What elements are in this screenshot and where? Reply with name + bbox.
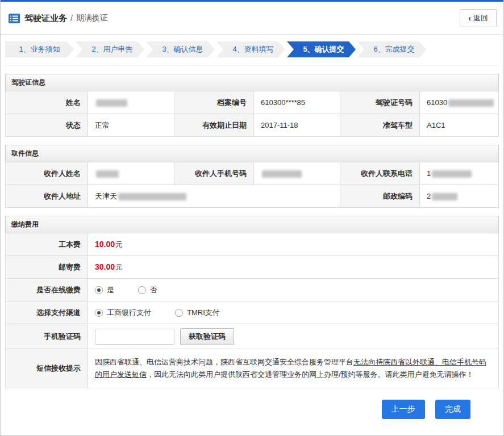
sms-code-cell: 获取验证码	[88, 324, 499, 349]
radio-option-no[interactable]: 否	[138, 285, 157, 295]
license-business-icon	[9, 14, 20, 23]
redacted-value	[118, 193, 186, 200]
table-row: 短信接收提示 因陕西省联通、电信运营商技术问题，陕西省互联网交通安全综合服务管理…	[6, 349, 499, 388]
back-button-label: 返回	[473, 13, 488, 23]
recipient-phone-value: 1	[420, 162, 499, 185]
postage-fee-value: 30.00元	[88, 256, 499, 279]
production-fee-amount: 10.00	[95, 240, 115, 249]
postcode-label: 邮政编码	[340, 185, 420, 208]
sms-notice-label: 短信接收提示	[6, 349, 88, 388]
postage-fee-amount: 30.00	[95, 262, 115, 271]
radio-option-label: TMRI支付	[187, 308, 220, 318]
page: 驾驶证业务 / 期满换证 ‹ 返回 1、业务须知 2、用户申告 3、确认信息 4…	[0, 0, 504, 436]
pickup-info-section: 取件信息 收件人姓名 收件人手机号码 收件人联系电话 1 收件人地址 天津天 邮…	[5, 145, 499, 208]
radio-unchecked-icon	[175, 309, 183, 317]
online-payment-options: 是 否	[88, 279, 499, 301]
table-row: 选择支付渠道 工商银行支付 TMRI支付	[6, 301, 499, 324]
payment-channel-label: 选择支付渠道	[6, 301, 88, 324]
table-row: 邮寄费 30.00元	[6, 256, 499, 279]
payment-channel-options: 工商银行支付 TMRI支付	[88, 301, 499, 324]
radio-option-label: 是	[107, 285, 114, 295]
recipient-address-value: 天津天	[88, 185, 340, 208]
payment-channel-radio-group: 工商银行支付 TMRI支付	[95, 308, 498, 318]
redacted-value	[96, 170, 119, 178]
radio-unchecked-icon	[138, 286, 146, 294]
table-row: 工本费 10.00元	[6, 233, 499, 256]
recipient-address-label: 收件人地址	[6, 185, 88, 208]
sms-code-input[interactable]	[95, 329, 174, 345]
previous-step-button[interactable]: 上一步	[382, 400, 425, 419]
radio-option-label: 工商银行支付	[107, 308, 151, 318]
step-tab-6[interactable]: 6、完成提交	[357, 41, 426, 57]
radio-option-tmri[interactable]: TMRI支付	[175, 308, 220, 318]
postage-fee-unit: 元	[115, 263, 123, 271]
license-info-section: 驾驶证信息 姓名 档案编号 610300****85 驾驶证号码 61030 状…	[5, 74, 499, 137]
license-number-value: 61030	[420, 91, 499, 114]
recipient-mobile-value	[254, 162, 340, 185]
name-label: 姓名	[6, 91, 88, 114]
recipient-address-visible: 天津天	[95, 192, 117, 200]
radio-option-label: 否	[150, 285, 157, 295]
step-tab-1[interactable]: 1、业务须知	[5, 41, 74, 57]
payment-title: 缴纳费用	[5, 216, 499, 233]
redacted-value	[262, 170, 302, 178]
sms-notice-part1: 因陕西省联通、电信运营商技术问题，陕西省互联网交通安全综合服务管理平台	[95, 358, 353, 366]
postcode-visible: 2	[427, 192, 431, 200]
step-tab-3[interactable]: 3、确认信息	[146, 41, 215, 57]
expiry-date-label: 有效期止日期	[174, 114, 254, 137]
postcode-value: 2	[420, 185, 499, 208]
online-payment-label: 是否在线缴费	[6, 279, 88, 301]
page-title: 驾驶证业务	[24, 13, 67, 24]
license-number-label: 驾驶证号码	[340, 91, 420, 114]
back-chevron-icon: ‹	[468, 14, 471, 22]
table-row: 收件人地址 天津天 邮政编码 2	[6, 185, 499, 208]
license-info-table: 姓名 档案编号 610300****85 驾驶证号码 61030 状态 正常 有…	[5, 91, 499, 137]
step-tab-5-active[interactable]: 5、确认提交	[287, 41, 356, 57]
recipient-name-label: 收件人姓名	[6, 162, 88, 185]
vehicle-class-label: 准驾车型	[340, 114, 420, 137]
finish-button[interactable]: 完成	[435, 400, 470, 419]
step-nav: 1、业务须知 2、用户申告 3、确认信息 4、资料填写 5、确认提交 6、完成提…	[5, 41, 499, 66]
production-fee-value: 10.00元	[88, 233, 499, 256]
breadcrumb-separator: /	[70, 14, 73, 23]
radio-option-icbc[interactable]: 工商银行支付	[95, 308, 151, 318]
sms-notice-part3: ，因此无法向此类用户提供陕西省交通管理业务的网上办理/预约等服务。请此类用户避免…	[147, 370, 474, 379]
license-number-visible: 61030	[427, 98, 447, 107]
status-value: 正常	[88, 114, 174, 137]
redacted-value	[432, 193, 457, 200]
table-row: 姓名 档案编号 610300****85 驾驶证号码 61030	[6, 91, 499, 114]
name-value	[88, 91, 174, 114]
back-button[interactable]: ‹ 返回	[460, 9, 497, 27]
step-tab-2[interactable]: 2、用户申告	[76, 41, 144, 57]
sms-code-label: 手机验证码	[6, 324, 88, 349]
production-fee-unit: 元	[115, 240, 123, 249]
radio-checked-icon	[95, 309, 103, 317]
online-payment-radio-group: 是 否	[95, 285, 498, 295]
table-row: 收件人姓名 收件人手机号码 收件人联系电话 1	[6, 162, 499, 185]
breadcrumb-current: 期满换证	[76, 13, 108, 23]
pickup-info-table: 收件人姓名 收件人手机号码 收件人联系电话 1 收件人地址 天津天 邮政编码 2	[5, 162, 499, 208]
get-sms-code-button[interactable]: 获取验证码	[180, 328, 234, 345]
license-info-title: 驾驶证信息	[5, 74, 499, 91]
payment-table: 工本费 10.00元 邮寄费 30.00元 是否在线缴费 是	[5, 233, 499, 388]
vehicle-class-value: A1C1	[420, 114, 499, 137]
table-row: 手机验证码 获取验证码	[6, 324, 499, 349]
postage-fee-label: 邮寄费	[6, 256, 88, 279]
sms-notice-text: 因陕西省联通、电信运营商技术问题，陕西省互联网交通安全综合服务管理平台无法向持陕…	[88, 349, 499, 388]
step-tab-4[interactable]: 4、资料填写	[216, 41, 285, 57]
header: 驾驶证业务 / 期满换证 ‹ 返回	[1, 2, 503, 35]
file-number-label: 档案编号	[174, 91, 254, 114]
payment-section: 缴纳费用 工本费 10.00元 邮寄费 30.00元 是否在线缴费	[5, 216, 499, 388]
recipient-mobile-label: 收件人手机号码	[174, 162, 254, 185]
radio-option-yes[interactable]: 是	[95, 285, 114, 295]
pickup-info-title: 取件信息	[5, 145, 499, 162]
footer-actions: 上一步 完成	[1, 388, 503, 427]
file-number-value: 610300****85	[254, 91, 340, 114]
recipient-phone-label: 收件人联系电话	[340, 162, 420, 185]
table-row: 是否在线缴费 是 否	[6, 279, 499, 301]
production-fee-label: 工本费	[6, 233, 88, 256]
sms-code-row: 获取验证码	[95, 328, 498, 345]
redacted-value	[96, 99, 127, 107]
status-label: 状态	[6, 114, 88, 137]
recipient-phone-visible: 1	[427, 169, 431, 178]
